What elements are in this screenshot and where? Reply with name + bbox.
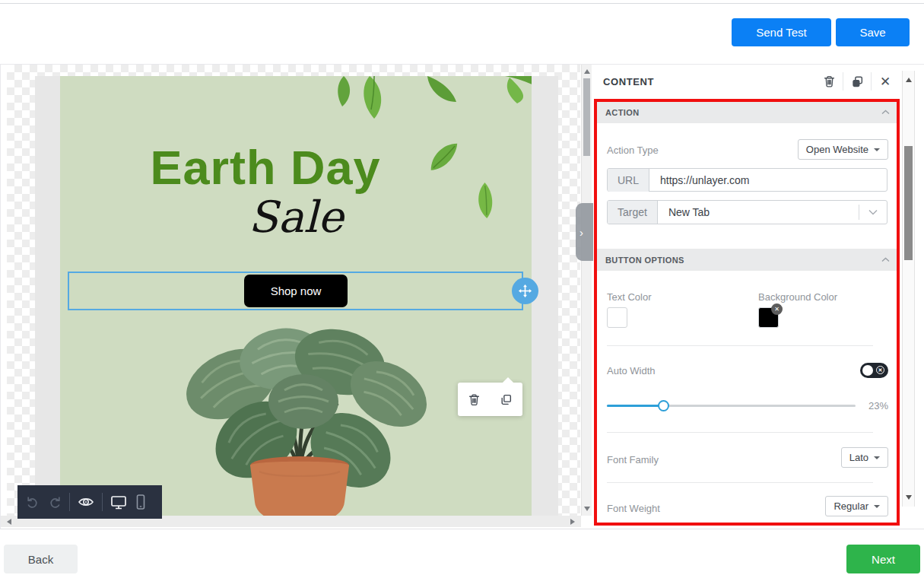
caret-down-icon	[874, 456, 880, 459]
panel-scroll-up-arrow[interactable]	[906, 78, 912, 82]
panel-scrollbar[interactable]	[902, 71, 915, 507]
toggle-off-icon: ✕	[876, 366, 884, 374]
save-button[interactable]: Save	[836, 18, 910, 46]
properties-panel: CONTENT ✕ ACTION Action Type Open Websit…	[593, 65, 924, 529]
url-field[interactable]: URL https://unlayer.com	[607, 168, 887, 192]
canvas-mode-toolbar	[17, 485, 162, 519]
auto-width-toggle[interactable]: ✕	[860, 363, 888, 378]
text-color-swatch[interactable]	[607, 307, 627, 328]
scroll-down-arrow[interactable]	[584, 507, 590, 511]
url-input[interactable]: https://unlayer.com	[649, 174, 887, 186]
action-type-value: Open Website	[806, 144, 868, 155]
font-family-label: Font Family	[607, 454, 659, 465]
text-color-label: Text Color	[607, 291, 652, 303]
email-page-background: Earth Day Sale Shop now	[35, 76, 558, 526]
width-slider-thumb[interactable]	[658, 400, 669, 411]
chevron-up-icon	[881, 110, 890, 115]
scroll-left-arrow[interactable]	[7, 519, 11, 525]
chevron-right-icon: ›	[579, 226, 583, 239]
duplicate-row-icon[interactable]	[500, 393, 513, 406]
button-options-section-title: BUTTON OPTIONS	[605, 256, 684, 265]
font-family-dropdown[interactable]: Lato	[841, 447, 888, 468]
target-select[interactable]: New Tab	[658, 206, 859, 218]
email-body[interactable]: Earth Day Sale Shop now	[60, 76, 532, 526]
close-panel-icon[interactable]: ✕	[872, 75, 899, 88]
caret-down-icon	[874, 505, 880, 508]
toggle-knob	[862, 365, 873, 376]
top-toolbar: Send Test Save	[0, 0, 924, 65]
row-divider	[607, 482, 873, 483]
row-divider	[607, 432, 873, 433]
undo-icon[interactable]	[25, 494, 40, 510]
remove-color-icon[interactable]: ✕	[771, 303, 783, 315]
mobile-view-icon[interactable]	[135, 494, 147, 510]
chevron-up-icon	[881, 257, 890, 262]
delete-row-icon[interactable]	[468, 393, 481, 406]
target-field[interactable]: Target New Tab	[607, 200, 887, 224]
email-heading-text[interactable]: Earth Day	[60, 140, 471, 195]
send-test-button[interactable]: Send Test	[732, 18, 831, 46]
duplicate-content-icon[interactable]	[843, 75, 871, 88]
panel-header: CONTENT ✕	[593, 65, 924, 99]
desktop-view-icon[interactable]	[110, 494, 128, 510]
width-slider-fill	[607, 405, 664, 407]
window-top-border	[0, 3, 924, 4]
next-button[interactable]: Next	[846, 545, 920, 573]
button-options-section-header[interactable]: BUTTON OPTIONS	[596, 249, 899, 271]
background-color-label: Background Color	[758, 291, 837, 303]
font-weight-dropdown[interactable]: Regular	[825, 496, 888, 516]
back-button[interactable]: Back	[4, 545, 78, 573]
panel-title: CONTENT	[603, 76, 654, 87]
redo-icon[interactable]	[47, 494, 62, 510]
toolbar-divider	[102, 493, 103, 511]
toolbar-divider	[69, 493, 70, 511]
shop-now-button[interactable]: Shop now	[244, 275, 348, 307]
width-slider[interactable]	[607, 405, 856, 407]
font-family-value: Lato	[849, 452, 868, 463]
canvas-vertical-scrollbar[interactable]	[581, 65, 592, 516]
wizard-footer: Back Next	[0, 529, 924, 575]
action-section-header[interactable]: ACTION	[596, 101, 899, 123]
background-color-swatch[interactable]: ✕	[758, 307, 779, 328]
hanging-leaves-image	[330, 76, 532, 119]
email-editor-window: Send Test Save	[0, 0, 924, 575]
design-canvas: Earth Day Sale Shop now	[0, 65, 592, 529]
target-field-label: Target	[608, 201, 658, 224]
action-type-dropdown[interactable]: Open Website	[798, 139, 888, 160]
panel-scroll-down-arrow[interactable]	[906, 495, 912, 500]
action-section-title: ACTION	[605, 108, 640, 117]
selection-toolbar	[458, 383, 522, 416]
row-divider	[607, 345, 873, 346]
url-field-label: URL	[608, 169, 649, 192]
preview-eye-icon[interactable]	[77, 494, 95, 510]
delete-content-icon[interactable]	[815, 75, 843, 88]
width-percent-value: 23%	[868, 400, 888, 411]
vertical-scroll-thumb[interactable]	[583, 78, 590, 156]
scroll-up-arrow[interactable]	[584, 69, 590, 74]
action-type-label: Action Type	[607, 145, 659, 156]
scroll-right-arrow[interactable]	[570, 519, 575, 525]
font-weight-label: Font Weight	[607, 503, 660, 514]
font-weight-value: Regular	[834, 500, 868, 512]
potted-plant-image	[159, 319, 440, 526]
caret-down-icon	[874, 148, 880, 151]
auto-width-label: Auto Width	[607, 365, 656, 376]
move-arrows-icon	[518, 284, 532, 298]
panel-scroll-thumb[interactable]	[904, 146, 913, 260]
email-subheading-text[interactable]: Sale	[60, 192, 532, 242]
chevron-down-icon[interactable]	[859, 209, 887, 215]
row-move-handle[interactable]	[512, 278, 538, 304]
